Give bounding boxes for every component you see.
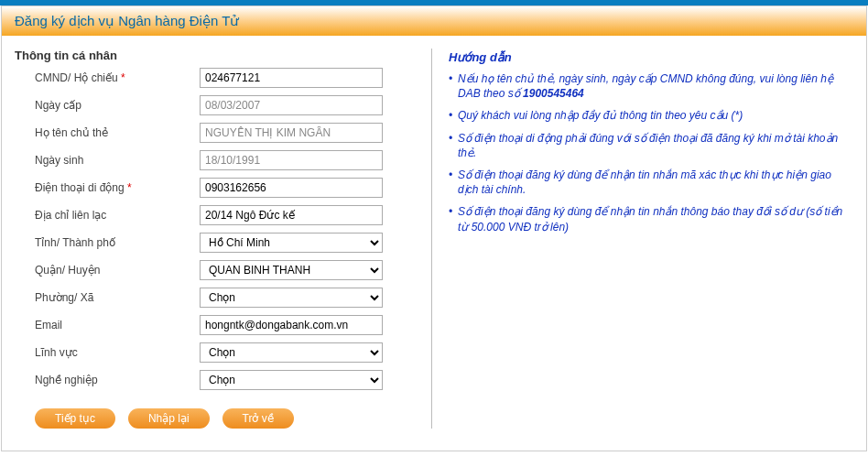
guide-title: Hướng dẫn: [449, 50, 853, 64]
form-column: Thông tin cá nhân CMND/ Hộ chiếu * Ngày …: [15, 49, 431, 429]
row-dtdd: Điện thoại di động *: [15, 178, 424, 198]
label-nghe: Nghề nghiệp: [35, 374, 200, 386]
input-email[interactable]: [200, 315, 383, 335]
row-diachi: Địa chỉ liên lạc: [15, 205, 424, 225]
label-cmnd: CMND/ Hộ chiếu *: [35, 71, 200, 84]
select-linhvuc[interactable]: Chọn: [200, 342, 383, 363]
guide-item-4: Số điện thoại đăng ký dùng để nhận tin n…: [449, 168, 853, 197]
row-ngaysinh: Ngày sinh: [15, 150, 424, 170]
label-ngaycap: Ngày cấp: [35, 99, 200, 112]
input-dtdd[interactable]: [200, 178, 383, 198]
label-tinh: Tỉnh/ Thành phố: [35, 236, 200, 249]
label-dtdd: Điện thoại di động *: [35, 181, 200, 194]
button-row: Tiếp tục Nhập lại Trở về: [15, 408, 424, 429]
input-ngaycap: [200, 95, 383, 115]
row-nghe: Nghề nghiệp Chọn: [15, 370, 424, 390]
input-cmnd[interactable]: [200, 68, 383, 88]
row-cmnd: CMND/ Hộ chiếu *: [15, 68, 424, 88]
label-phuong: Phường/ Xã: [35, 291, 200, 304]
guide-item-2: Quý khách vui lòng nhập đầy đủ thông tin…: [449, 108, 853, 123]
guide-column: Hướng dẫn Nếu họ tên chủ thẻ, ngày sinh,…: [431, 49, 853, 429]
guide-item-1: Nếu họ tên chủ thẻ, ngày sinh, ngày cấp …: [449, 71, 853, 101]
row-hoten: Họ tên chủ thẻ: [15, 123, 424, 143]
form-container: Đăng ký dịch vụ Ngân hàng Điện Tử Thông …: [1, 5, 867, 451]
input-ngaysinh: [200, 150, 383, 170]
row-email: Email: [15, 315, 424, 335]
label-linhvuc: Lĩnh vực: [35, 346, 200, 359]
reset-button[interactable]: Nhập lại: [128, 408, 210, 429]
label-email: Email: [35, 319, 200, 331]
back-button[interactable]: Trở về: [222, 408, 294, 429]
select-nghe[interactable]: Chọn: [200, 370, 383, 390]
row-quan: Quận/ Huyện QUAN BINH THANH: [15, 260, 424, 280]
label-ngaysinh: Ngày sinh: [35, 154, 200, 167]
row-tinh: Tỉnh/ Thành phố Hồ Chí Minh: [15, 233, 424, 253]
input-hoten: [200, 123, 383, 143]
row-ngaycap: Ngày cấp: [15, 95, 424, 115]
guide-item-5: Số điện thoại đăng ký dùng để nhận tin n…: [449, 204, 853, 234]
label-quan: Quận/ Huyện: [35, 264, 200, 277]
select-quan[interactable]: QUAN BINH THANH: [200, 260, 383, 280]
input-diachi[interactable]: [200, 205, 383, 225]
select-tinh[interactable]: Hồ Chí Minh: [200, 233, 383, 253]
guide-item-3: Số điện thoại di động phải đúng với số đ…: [449, 131, 853, 160]
continue-button[interactable]: Tiếp tục: [35, 408, 115, 429]
select-phuong[interactable]: Chọn: [200, 288, 383, 308]
guide-list: Nếu họ tên chủ thẻ, ngày sinh, ngày cấp …: [449, 71, 853, 234]
section-title: Thông tin cá nhân: [15, 49, 424, 62]
row-phuong: Phường/ Xã Chọn: [15, 288, 424, 308]
row-linhvuc: Lĩnh vực Chọn: [15, 342, 424, 363]
label-diachi: Địa chỉ liên lạc: [35, 209, 200, 222]
guide-phone: 1900545464: [523, 87, 584, 100]
page-title: Đăng ký dịch vụ Ngân hàng Điện Tử: [15, 13, 239, 29]
label-hoten: Họ tên chủ thẻ: [35, 126, 200, 139]
header-strip: Đăng ký dịch vụ Ngân hàng Điện Tử: [2, 6, 866, 36]
main-area: Thông tin cá nhân CMND/ Hộ chiếu * Ngày …: [2, 36, 866, 451]
